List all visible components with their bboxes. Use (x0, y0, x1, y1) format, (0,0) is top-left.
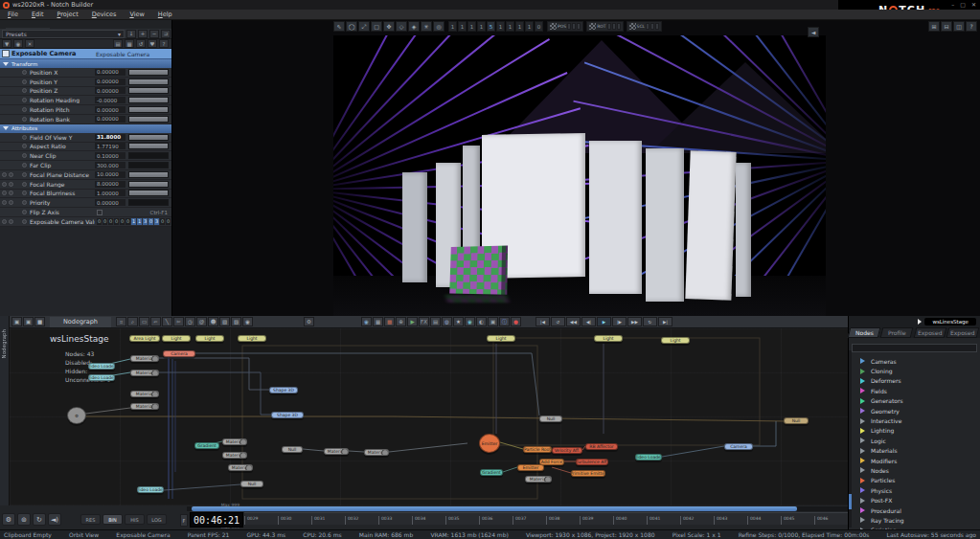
property-value[interactable]: 1.77190 (95, 143, 125, 149)
elbow-links-icon[interactable]: ⌐ (150, 317, 161, 326)
timeline-scrollbar[interactable] (187, 506, 848, 511)
shade-nodes-icon[interactable]: ▨ (219, 317, 230, 326)
step-value[interactable]: 0 (535, 21, 543, 32)
annotation-icon[interactable]: @ (196, 317, 207, 326)
maximize-panel-icon[interactable]: ■ (34, 317, 45, 326)
mode-log[interactable]: LOG (147, 514, 167, 525)
property-row[interactable]: Focal Plane Distance10.0000 (0, 170, 171, 180)
graph-node[interactable]: Light (238, 335, 266, 342)
flip-z-checkbox[interactable] (97, 210, 103, 215)
record-toggle-icon[interactable]: ◉ (13, 39, 23, 48)
mode-bin[interactable]: BIN (103, 514, 123, 525)
grid-icon[interactable]: ▦ (373, 317, 383, 326)
tab-nodegraph[interactable]: Nodegraph (50, 317, 111, 327)
step-forward-icon[interactable]: |▶ (612, 317, 627, 326)
category-procedural[interactable]: Procedural (849, 505, 980, 515)
filter-icon[interactable]: ▼ (2, 39, 11, 48)
zoom-extents-icon[interactable]: ⌗ (116, 317, 126, 326)
graph-node[interactable]: Material (222, 438, 247, 445)
graph-node[interactable]: Light (661, 337, 690, 344)
step-value[interactable]: 5 (487, 21, 495, 32)
property-slider[interactable] (128, 190, 169, 196)
copy-icon[interactable]: ▤ (113, 39, 123, 48)
audio-button[interactable]: ◄) (48, 513, 61, 526)
category-logic[interactable]: Logic (849, 436, 980, 445)
graph-node[interactable]: Gradient (480, 469, 503, 476)
nodegraph-side-tab[interactable]: Nodegraph (0, 316, 10, 505)
step-value[interactable]: 1 (525, 21, 534, 32)
close-button[interactable]: ✕ (971, 1, 976, 8)
nodegraph-canvas[interactable]: wsLinesStage Nodes: 43Disabled:Hidden:Un… (10, 328, 848, 505)
graph-node[interactable]: Emitter (479, 434, 500, 453)
property-value[interactable]: 0.00000 (95, 199, 125, 206)
viewport-help-icon[interactable]: ? (966, 21, 977, 32)
property-row[interactable]: Rotation Pitch0.00000 (0, 105, 171, 115)
minimize-button[interactable]: – (951, 1, 954, 8)
layout-icon[interactable]: ◫ (953, 21, 965, 32)
apply-preset-icon[interactable]: ⊐ (161, 30, 171, 38)
user-node-icon[interactable]: ☻ (208, 317, 218, 326)
property-slider[interactable] (128, 134, 169, 141)
rewind-icon[interactable]: ◀◀ (566, 317, 581, 326)
mode-his[interactable]: HIS (125, 514, 145, 525)
graph-node[interactable]: Null (539, 415, 562, 422)
move-axis-tool-icon[interactable]: ✥ (383, 21, 395, 32)
property-slider[interactable] (128, 116, 169, 123)
tab-exposed[interactable]: Exposed (913, 327, 946, 338)
graph-node[interactable]: Light (487, 335, 515, 342)
step-value[interactable]: 1 (506, 21, 514, 32)
property-value[interactable]: 0.00000 (95, 106, 125, 113)
node-search-input[interactable] (852, 344, 977, 352)
graph-node[interactable]: Light (594, 335, 623, 342)
graph-node[interactable]: ⚙ (67, 407, 86, 424)
snap-group-rot[interactable]: ROT (586, 21, 623, 32)
graph-node[interactable]: Shape 3D (269, 387, 298, 393)
graph-node[interactable]: Material (130, 370, 159, 376)
loop-end-icon[interactable]: ↻ (643, 317, 657, 326)
property-slider[interactable] (128, 69, 169, 76)
menu-edit[interactable]: Edit (26, 10, 50, 19)
category-post-fx[interactable]: Post-FX (849, 495, 980, 505)
menu-file[interactable]: File (2, 10, 24, 19)
info-icon[interactable]: ⓘ (499, 317, 510, 326)
property-value[interactable]: 31.8000 (95, 134, 125, 141)
graph-node[interactable]: Turbulence Aff. (576, 459, 608, 465)
step-value[interactable]: 1 (448, 21, 457, 32)
frame-toggle-button[interactable]: F (180, 514, 188, 527)
graph-node[interactable]: Material (525, 476, 552, 483)
graph-node[interactable]: Light (195, 335, 224, 342)
section-attributes[interactable]: Attributes (0, 124, 171, 133)
go-start-icon[interactable]: |◀ (536, 317, 550, 326)
expand-icon[interactable]: ⊞ (928, 21, 940, 32)
property-row[interactable]: Exposable Camera Values0000001130300 (0, 217, 171, 227)
add-preset-icon[interactable]: + (138, 30, 148, 38)
graph-node[interactable]: Particle Root (523, 446, 552, 453)
property-value[interactable]: 0.00000 (95, 69, 125, 76)
clear-filter-icon[interactable]: ✕ (25, 39, 34, 48)
graph-node[interactable]: Camera (724, 443, 753, 450)
graph-node[interactable]: Primitive Emitter (571, 470, 605, 477)
local-axis-tool-icon[interactable]: ◈ (408, 21, 420, 32)
record-icon[interactable]: ● (511, 317, 521, 326)
rotate-tool-icon[interactable]: ◯ (346, 21, 357, 32)
property-slider[interactable] (128, 97, 169, 103)
property-value[interactable]: 10.0000 (95, 171, 125, 178)
menu-help[interactable]: Help (152, 10, 178, 19)
world-icon[interactable]: ◉ (361, 317, 372, 326)
graph-node[interactable]: Light (162, 335, 191, 342)
motion-blur-icon[interactable]: ◍ (442, 317, 452, 326)
step-value[interactable]: 1 (467, 21, 476, 32)
float-window-icon[interactable]: ▣ (23, 317, 34, 326)
timeline-settings-button[interactable]: ⚙ (2, 513, 15, 526)
mode-res[interactable]: RES (80, 514, 101, 525)
graph-node[interactable]: Video Loader (137, 486, 164, 493)
property-row[interactable]: Focal Blurriness1.00000 (0, 190, 171, 199)
presets-dropdown[interactable]: Presets ▾ (2, 30, 125, 38)
pivot-tool-icon[interactable]: ◇ (396, 21, 407, 32)
property-value[interactable]: -0.0000 (95, 97, 125, 103)
property-row[interactable]: Flip Z AxisCtrl-F1 (0, 208, 171, 217)
center-tool-icon[interactable]: ◎ (433, 21, 444, 32)
rgb-channels-icon[interactable]: ▩ (384, 317, 395, 326)
category-particles[interactable]: Particles (849, 476, 980, 485)
graph-node[interactable]: Area Light (129, 335, 160, 342)
